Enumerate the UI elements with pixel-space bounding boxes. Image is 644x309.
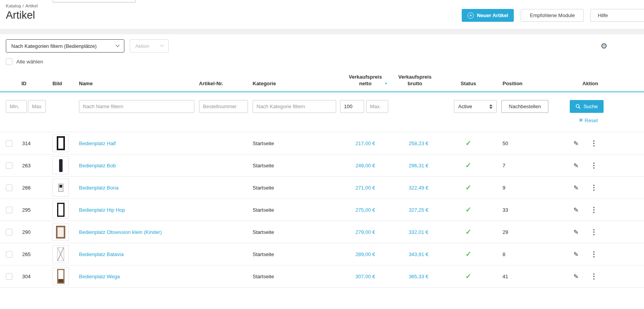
status-select[interactable]: Active <box>454 100 497 113</box>
article-name-link[interactable]: Bedienplatz Hip Hop <box>79 207 125 213</box>
column-header-bild[interactable]: Bild <box>52 76 79 91</box>
search-button[interactable]: Suche <box>570 100 604 113</box>
article-name-link[interactable]: Bedienplatz Wega <box>79 274 120 279</box>
table-row: 314 Bedienplatz Half Startseite 217,00 €… <box>0 132 644 154</box>
help-button[interactable]: Hilfe <box>590 9 644 22</box>
price-gross: 327,25 € <box>391 207 439 213</box>
column-header-checkbox <box>6 83 21 91</box>
article-category: Startseite <box>253 140 340 146</box>
article-position: 7 <box>497 163 548 169</box>
breadcrumb-artikel[interactable]: Artikel <box>25 4 38 8</box>
table-row: 263 Bedienplatz Bob Startseite 249,00 € … <box>0 154 644 177</box>
kebab-menu-icon[interactable]: ⋮ <box>590 205 597 214</box>
ordernumber-filter-input[interactable] <box>199 100 248 113</box>
recommended-modules-button[interactable]: Empfohlene Module <box>521 9 584 22</box>
action-dropdown[interactable]: Aktion <box>130 39 169 53</box>
edit-icon[interactable]: ✎ <box>574 184 579 191</box>
column-header-artikelnr[interactable]: Artikel-Nr. <box>199 76 253 91</box>
new-article-label: Neuer Artikel <box>477 12 508 18</box>
price-gross: 296,31 € <box>391 163 439 169</box>
row-checkbox[interactable] <box>6 251 12 258</box>
table-row: 265 Bedienplatz Batavia Startseite 289,0… <box>0 243 644 265</box>
reorder-button[interactable]: Nachbestellen <box>501 100 548 113</box>
price-net: 249,00 € <box>340 163 391 169</box>
sort-asc-icon: ▲ <box>384 80 387 86</box>
article-name-link[interactable]: Bedienplatz Obsession klein (Kinder) <box>79 229 162 235</box>
row-checkbox[interactable] <box>6 184 12 191</box>
column-header-brutto[interactable]: Verkaufspreis brutto <box>391 70 439 91</box>
name-filter-input[interactable] <box>79 100 194 113</box>
kebab-menu-icon[interactable]: ⋮ <box>590 183 597 192</box>
row-checkbox[interactable] <box>6 162 12 169</box>
product-image <box>57 269 65 284</box>
article-name-link[interactable]: Bedienplatz Half <box>79 140 116 146</box>
gear-icon[interactable]: ⚙ <box>600 42 607 50</box>
table-row: 290 Bedienplatz Obsession klein (Kinder)… <box>0 221 644 243</box>
article-table-body: 314 Bedienplatz Half Startseite 217,00 €… <box>0 132 644 288</box>
column-header-id[interactable]: ID <box>21 76 52 91</box>
kebab-menu-icon[interactable]: ⋮ <box>590 272 597 281</box>
edit-icon[interactable]: ✎ <box>574 206 579 214</box>
row-checkbox[interactable] <box>6 207 12 213</box>
article-position: 29 <box>497 229 548 235</box>
column-header-position[interactable]: Position <box>497 76 548 91</box>
kebab-menu-icon[interactable]: ⋮ <box>590 161 597 170</box>
price-gross: 258,23 € <box>391 140 439 146</box>
id-max-input[interactable] <box>28 100 46 113</box>
article-name-link[interactable]: Bedienplatz Bona <box>79 185 119 191</box>
article-id: 295 <box>21 207 52 213</box>
product-image <box>59 159 63 172</box>
row-checkbox[interactable] <box>6 140 12 147</box>
breadcrumb-separator: / <box>23 4 24 8</box>
product-image <box>57 203 65 217</box>
article-thumbnail <box>52 134 69 152</box>
category-filter-dropdown[interactable]: Nach Kategorien filtern (Bedienplätze) <box>6 39 124 53</box>
row-checkbox[interactable] <box>6 273 12 280</box>
article-thumbnail <box>52 245 69 263</box>
kebab-menu-icon[interactable]: ⋮ <box>590 250 597 258</box>
article-name-link[interactable]: Bedienplatz Batavia <box>79 251 124 257</box>
category-filter-input[interactable] <box>253 100 336 113</box>
price-net: 271,00 € <box>340 185 391 191</box>
edit-icon[interactable]: ✎ <box>574 273 579 280</box>
article-position: 50 <box>497 140 548 146</box>
column-header-netto[interactable]: Verkaufspreis netto ▲ <box>340 70 391 91</box>
table-header-row: ID Bild Name Artikel-Nr. Kategorie Verka… <box>0 70 644 92</box>
kebab-menu-icon[interactable]: ⋮ <box>590 228 597 236</box>
column-header-status[interactable]: Status <box>439 76 497 91</box>
edit-icon[interactable]: ✎ <box>574 228 579 236</box>
active-check-icon: ✓ <box>465 161 471 170</box>
active-check-icon: ✓ <box>465 205 471 214</box>
column-header-aktion: Aktion <box>548 76 644 91</box>
edit-icon[interactable]: ✎ <box>574 162 579 169</box>
select-all-checkbox[interactable] <box>6 58 12 65</box>
reset-link[interactable]: × Reset <box>579 117 598 123</box>
row-checkbox[interactable] <box>6 229 12 235</box>
article-id: 266 <box>21 185 52 191</box>
article-id: 263 <box>21 163 52 169</box>
category-filter-label: Nach Kategorien filtern (Bedienplätze) <box>11 43 97 49</box>
article-position: 8 <box>497 251 548 257</box>
new-article-button[interactable]: + Neuer Artikel <box>462 9 514 22</box>
price-gross: 322,49 € <box>391 185 439 191</box>
chevron-down-icon <box>160 43 164 47</box>
column-header-kategorie[interactable]: Kategorie <box>253 76 340 91</box>
id-min-input[interactable] <box>6 100 27 113</box>
breadcrumb-katalog[interactable]: Katalog <box>6 4 21 8</box>
close-icon: × <box>579 117 583 123</box>
edit-icon[interactable]: ✎ <box>574 140 579 147</box>
edit-icon[interactable]: ✎ <box>574 251 579 258</box>
product-image <box>58 184 63 192</box>
reset-row: × Reset <box>0 117 644 123</box>
table-filter-row: Active Nachbestellen Suche <box>0 100 644 113</box>
price-min-input[interactable] <box>340 100 364 113</box>
kebab-menu-icon[interactable]: ⋮ <box>590 139 597 147</box>
article-category: Startseite <box>253 251 340 257</box>
article-thumbnail <box>52 201 69 219</box>
article-id: 304 <box>21 274 52 279</box>
article-position: 9 <box>497 185 548 191</box>
column-header-name[interactable]: Name <box>79 76 199 91</box>
article-name-link[interactable]: Bedienplatz Bob <box>79 163 116 169</box>
status-select-value: Active <box>458 104 472 109</box>
price-max-input[interactable] <box>366 100 388 113</box>
